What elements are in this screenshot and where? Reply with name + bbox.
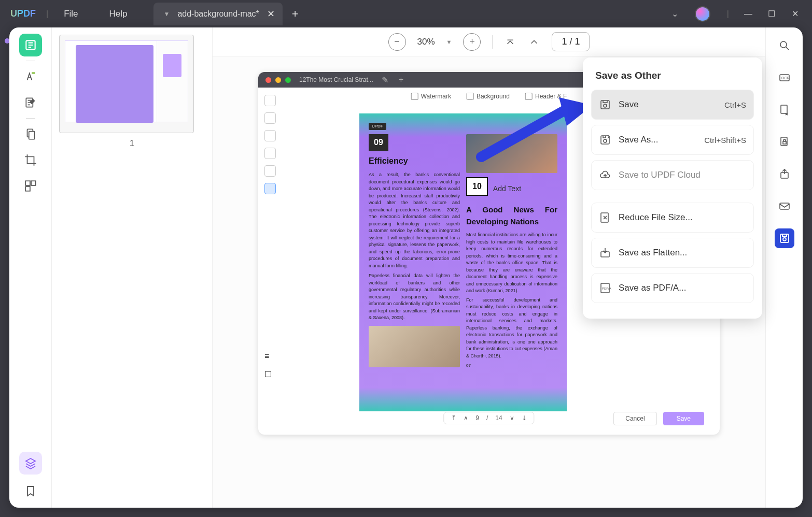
svg-rect-6	[31, 181, 36, 185]
edit-tool-button[interactable]	[19, 91, 42, 114]
zoom-value: 30%	[417, 37, 435, 47]
svg-rect-4	[29, 132, 34, 139]
embedded-pager[interactable]: ⤒∧ 9 / 14 ∨⤓	[443, 412, 534, 424]
organize-tool-button[interactable]	[19, 175, 42, 197]
new-tab-button[interactable]: +	[283, 7, 308, 21]
app-logo: UPDF	[0, 8, 46, 19]
user-avatar[interactable]	[695, 6, 710, 22]
prev-page-button[interactable]	[528, 36, 540, 48]
svg-rect-7	[25, 186, 30, 191]
highlight-tool-button[interactable]	[19, 65, 42, 88]
reduce-size-option[interactable]: Reduce File Size...	[591, 203, 754, 233]
layers-button[interactable]	[19, 452, 42, 475]
menu-file[interactable]: File	[48, 9, 93, 19]
svg-point-21	[604, 139, 607, 142]
ocr-button[interactable]: OCR	[775, 68, 794, 88]
left-sidebar	[9, 27, 52, 508]
separator: |	[727, 9, 729, 19]
svg-rect-1	[32, 72, 35, 74]
crop-tool-button[interactable]	[19, 149, 42, 171]
share-button[interactable]	[775, 164, 794, 184]
page-indicator[interactable]: 1 / 1	[552, 32, 590, 51]
panel-title: Save as Other	[595, 70, 750, 81]
menu-help[interactable]: Help	[94, 9, 143, 19]
protect-button[interactable]	[775, 132, 794, 152]
save-cloud-option[interactable]: Save to UPDF Cloud	[591, 160, 754, 190]
zoom-in-button[interactable]: +	[463, 33, 481, 51]
svg-rect-5	[25, 181, 30, 185]
tab-title: add-background-mac*	[177, 9, 259, 19]
dropdown-icon[interactable]: ⌄	[671, 9, 678, 19]
email-button[interactable]	[775, 196, 794, 216]
save-as-other-panel: Save as Other Save Ctrl+S Save As... Ctr…	[583, 58, 762, 319]
window-minimize[interactable]: —	[740, 6, 756, 22]
page-thumbnail[interactable]	[59, 35, 194, 133]
svg-point-17	[783, 238, 786, 241]
embedded-save-button[interactable]: Save	[663, 412, 704, 425]
svg-rect-11	[781, 105, 787, 113]
save-flatten-option[interactable]: Save as Flatten...	[591, 238, 754, 268]
top-toolbar: − 30% ▼ + 1 / 1	[213, 27, 765, 56]
zoom-dropdown-icon[interactable]: ▼	[446, 39, 452, 45]
save-other-button[interactable]	[775, 228, 794, 248]
search-button[interactable]	[775, 36, 794, 55]
window-close[interactable]: ✕	[787, 6, 803, 22]
embedded-left-tools: ≡ ☐	[264, 95, 280, 381]
embedded-cancel-button[interactable]: Cancel	[613, 412, 656, 425]
svg-text:PDF/A: PDF/A	[602, 287, 611, 290]
tab-close-icon[interactable]: ✕	[267, 8, 275, 20]
svg-rect-13	[783, 141, 786, 144]
reader-mode-button[interactable]	[19, 34, 42, 56]
document-tab[interactable]: ▼ add-background-mac* ✕	[153, 3, 283, 25]
thumbnail-label: 1	[59, 138, 205, 149]
first-page-button[interactable]	[504, 36, 516, 48]
svg-text:OCR: OCR	[781, 76, 790, 80]
svg-rect-15	[780, 203, 789, 209]
right-sidebar: OCR	[765, 27, 803, 508]
svg-point-19	[604, 104, 607, 107]
thumbnails-panel: 1	[52, 27, 213, 508]
save-as-option[interactable]: Save As... Ctrl+Shift+S	[591, 125, 754, 155]
app-body: 1 − 30% ▼ + 1 / 1 12The Most Crucial Str…	[9, 27, 803, 508]
bookmark-icon[interactable]	[24, 485, 37, 497]
convert-button[interactable]	[775, 100, 794, 120]
arrow-annotation	[476, 95, 595, 162]
svg-point-8	[780, 41, 787, 48]
save-option[interactable]: Save Ctrl+S	[591, 90, 754, 120]
page-tool-button[interactable]	[19, 123, 42, 146]
zoom-out-button[interactable]: −	[388, 33, 406, 51]
save-pdfa-option[interactable]: PDF/A Save as PDF/A...	[591, 273, 754, 303]
window-maximize[interactable]: ☐	[764, 6, 779, 22]
tab-dropdown-icon[interactable]: ▼	[164, 10, 170, 18]
titlebar: UPDF | File Help ▼ add-background-mac* ✕…	[0, 0, 812, 27]
